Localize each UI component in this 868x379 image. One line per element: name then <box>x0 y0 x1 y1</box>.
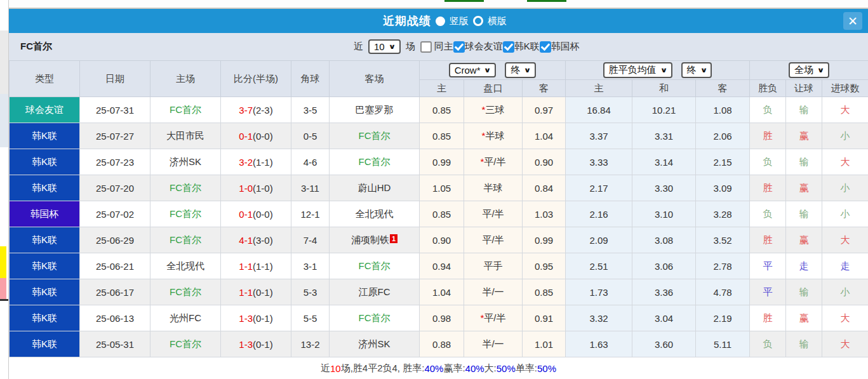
away-team-cell: 浦项制铁1 <box>330 227 420 253</box>
summary-part: 单率: <box>516 362 537 375</box>
vertical-layout-label[interactable]: 竖版 <box>450 15 469 27</box>
avg-type-select[interactable]: 胜平负均值∨ <box>603 62 672 78</box>
outcome-cell: 平 <box>750 279 786 305</box>
same-home-checkbox[interactable] <box>420 41 432 53</box>
recent-results-modal-page: 近期战绩 竖版 横版 ✕ FC首尔 近 10∨ 场 同主 球 <box>0 0 868 379</box>
handicap-outcome-cell: 输 <box>786 279 822 305</box>
summary-part: 40% <box>465 363 484 374</box>
avg-away-cell: 4.78 <box>696 279 750 305</box>
handicap-outcome-cell: 输 <box>786 201 822 227</box>
corners-cell: 0-5 <box>291 123 330 149</box>
away-team-cell: FC首尔 <box>330 253 420 279</box>
vertical-layout-radio[interactable] <box>436 17 445 26</box>
avg-away-cell: 5.11 <box>696 331 750 357</box>
outcome-cell: 负 <box>750 331 786 357</box>
summary-part: 50% <box>537 363 556 374</box>
scope-header-group: 全场∨ <box>750 61 868 80</box>
recent-count-select[interactable]: 10∨ <box>368 39 401 54</box>
avg-sub-header-away: 客 <box>696 80 750 97</box>
avg-draw-cell: 3.08 <box>632 227 696 253</box>
handicap-cell: 半/一 <box>464 331 523 357</box>
modal-titlebar: 近期战绩 竖版 横版 ✕ <box>9 9 868 33</box>
friendly-filter-checkbox[interactable] <box>453 41 465 53</box>
bookmaker-select[interactable]: Crow*∨ <box>449 63 497 77</box>
match-row: 韩K联 25-05-31 FC首尔 1-3(0-1) 13-2 济州SK 0.8… <box>10 331 868 357</box>
summary-part: 赢率: <box>443 362 465 375</box>
col-header-corners: 角球 <box>291 61 330 97</box>
friendly-filter-label[interactable]: 球会友谊 <box>465 41 503 53</box>
away-team-cell: FC首尔 <box>330 149 420 175</box>
type-cell: 韩K联 <box>10 279 80 305</box>
chevron-down-icon: ∨ <box>817 66 825 74</box>
score-cell: 4-1(3-0) <box>221 227 291 253</box>
odds-home-cell: 0.98 <box>420 305 464 331</box>
date-cell: 25-07-02 <box>80 201 150 227</box>
avg-period-select[interactable]: 终∨ <box>681 62 712 78</box>
odds-sub-header-away: 客 <box>523 80 566 97</box>
odds-home-cell: 0.88 <box>420 331 464 357</box>
handicap-outcome-cell: 赢 <box>786 305 822 331</box>
avg-draw-cell: 3.36 <box>632 279 696 305</box>
avg-away-cell: 3.28 <box>696 201 750 227</box>
home-team-cell: 济州SK <box>150 149 221 175</box>
goals-outcome-cell: 小 <box>822 279 868 305</box>
summary-part: 大: <box>484 362 497 375</box>
background-page-sliver <box>0 0 9 379</box>
score-cell: 1-0(1-0) <box>221 175 291 201</box>
away-team-cell: FC首尔 <box>330 305 420 331</box>
handicap-outcome-cell: 赢 <box>786 175 822 201</box>
away-team-cell: FC首尔 <box>330 123 420 149</box>
score-cell: 1-1(1-1) <box>221 253 291 279</box>
type-cell: 韩K联 <box>10 175 80 201</box>
odds-home-cell: 0.99 <box>420 149 464 175</box>
home-team-cell: FC首尔 <box>150 97 221 123</box>
handicap-cell: 半/一 <box>464 279 523 305</box>
handicap-cell: 平/半 <box>464 201 523 227</box>
corners-cell: 3-11 <box>291 175 330 201</box>
close-icon[interactable]: ✕ <box>843 12 862 30</box>
score-cell: 1-1(0-1) <box>221 279 291 305</box>
team-name: FC首尔 <box>20 41 52 53</box>
odds-away-cell: 0.85 <box>523 279 566 305</box>
match-row: 韩K联 25-07-27 大田市民 0-1(0-0) 0-5 FC首尔 0.85… <box>10 123 868 149</box>
korea-cup-filter-checkbox[interactable] <box>540 41 551 53</box>
recent-label: 近 <box>354 41 363 53</box>
odds-home-cell: 0.85 <box>420 201 464 227</box>
kleague-filter-checkbox[interactable] <box>503 41 514 53</box>
goals-outcome-cell: 小 <box>822 201 868 227</box>
avg-home-cell: 3.37 <box>566 123 632 149</box>
summary-part: 近 <box>321 362 330 375</box>
match-row: 球会友谊 25-07-31 FC首尔 3-7(2-3) 3-5 巴塞罗那 0.8… <box>10 97 868 123</box>
odds-home-cell: 1.04 <box>420 279 464 305</box>
corners-cell: 5-3 <box>291 279 330 305</box>
horizontal-layout-label[interactable]: 横版 <box>488 15 507 27</box>
background-fragment <box>0 94 8 147</box>
horizontal-layout-radio[interactable] <box>473 16 483 26</box>
odds-away-cell: 0.90 <box>523 149 566 175</box>
korea-cup-filter-label[interactable]: 韩国杯 <box>551 41 580 53</box>
match-row: 韩K联 25-06-21 全北现代 1-1(1-1) 3-1 FC首尔 0.94… <box>10 253 868 279</box>
avg-sub-header-draw: 和 <box>632 80 696 97</box>
recent-results-modal: 近期战绩 竖版 横版 ✕ FC首尔 近 10∨ 场 同主 球 <box>9 9 868 379</box>
avg-sub-header-home: 主 <box>566 80 632 97</box>
home-team-cell: 大田市民 <box>150 123 221 149</box>
col-header-home: 主场 <box>150 61 221 97</box>
odds-away-cell: 0.84 <box>523 175 566 201</box>
corners-cell: 4-6 <box>291 149 330 175</box>
corners-cell: 13-2 <box>291 331 330 357</box>
avg-home-cell: 2.17 <box>566 175 632 201</box>
odds-home-cell: 1.05 <box>420 175 464 201</box>
matches-label: 场 <box>406 41 415 53</box>
scope-select[interactable]: 全场∨ <box>789 62 829 78</box>
outcome-cell: 负 <box>750 97 786 123</box>
handicap-cell: 平/半 <box>464 227 523 253</box>
chevron-down-icon: ∨ <box>700 66 707 74</box>
goals-outcome-cell: 大 <box>822 97 868 123</box>
outcome-cell: 胜 <box>750 227 786 253</box>
match-row: 韩K联 25-07-20 FC首尔 1-0(1-0) 3-11 蔚山HD 1.0… <box>10 175 868 201</box>
type-cell: 韩K联 <box>10 253 80 279</box>
type-cell: 韩K联 <box>10 149 80 175</box>
score-cell: 1-3(0-1) <box>221 331 291 357</box>
kleague-filter-label[interactable]: 韩K联 <box>514 41 540 53</box>
odds-period-select[interactable]: 终∨ <box>505 62 536 78</box>
